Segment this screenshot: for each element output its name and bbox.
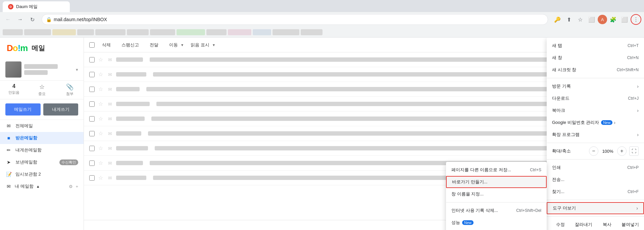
submenu-name-window[interactable]: 창 이름을 지정...: [446, 188, 547, 200]
star-icon[interactable]: ☆: [97, 71, 104, 78]
browser-tab[interactable]: D Daum 메일: [3, 1, 70, 12]
star-icon[interactable]: ☆: [97, 145, 104, 151]
sidebar-item-sent[interactable]: ➤ 보낸메일함 수신확인: [0, 156, 84, 168]
menu-print[interactable]: 인쇄 Ctrl+P: [547, 162, 644, 174]
mail-checkbox[interactable]: [89, 131, 95, 136]
move-arrow-button[interactable]: ▾: [181, 43, 183, 47]
copy-button[interactable]: 복사: [596, 220, 618, 229]
submenu-performance[interactable]: 성능 New: [446, 217, 547, 229]
mail-checkbox[interactable]: [89, 72, 95, 77]
edit-button[interactable]: 수정: [549, 220, 572, 229]
forward-button[interactable]: →: [15, 14, 26, 25]
menu-downloads[interactable]: 다운로드 Ctrl+J: [547, 92, 644, 104]
back-button[interactable]: ←: [3, 14, 13, 25]
sidebar-item-myfolders[interactable]: ✉ 내 메일함 ▲ ⚙ +: [0, 180, 84, 192]
star-icon[interactable]: ☆: [97, 116, 104, 122]
divider-3: [547, 159, 644, 159]
star-icon[interactable]: ☆: [97, 130, 104, 137]
star-icon[interactable]: ☆: [97, 56, 104, 63]
spam-button[interactable]: 스팸신고: [118, 40, 142, 50]
flag-icon: ✉: [107, 146, 113, 151]
forward-button[interactable]: 전달: [146, 40, 162, 50]
tab-bar: D Daum 메일: [0, 0, 644, 12]
add-folder-icon[interactable]: +: [76, 184, 78, 189]
mail-checkbox[interactable]: [89, 87, 95, 92]
inbox-icon: ■: [5, 135, 12, 141]
star-icon[interactable]: ☆: [97, 175, 104, 181]
submenu-task-manager[interactable]: 작업 관리자 Shift+Esc: [446, 229, 547, 230]
find-shortcut: Ctrl+F: [628, 189, 639, 194]
settings-icon[interactable]: ⚙: [69, 184, 73, 189]
reload-button[interactable]: ↻: [27, 14, 38, 25]
flag-icon: ✉: [107, 57, 113, 62]
menu-more-tools[interactable]: 도구 더보기 ›: [547, 202, 644, 214]
key-icon-btn[interactable]: 🔑: [552, 14, 563, 25]
bookmarks-bar: [0, 27, 644, 38]
read-button[interactable]: 읽음 표시: [187, 40, 213, 50]
read-group: 읽음 표시 ▾: [187, 40, 215, 50]
menu-history[interactable]: 방문 기록 ›: [547, 80, 644, 92]
zoom-expand-button[interactable]: ⛶: [629, 146, 639, 156]
flag-icon: ✉: [107, 116, 113, 122]
mail-checkbox[interactable]: [89, 116, 95, 122]
menu-new-tab[interactable]: 새 탭 Ctrl+T: [547, 40, 644, 52]
submenu-create-shortcut[interactable]: 바로가기 만들기...: [446, 176, 547, 188]
more-tools-label: 도구 더보기: [553, 205, 576, 211]
submenu-clear-history[interactable]: 인터넷 사용 기록 삭제... Ctrl+Shift+Del: [446, 204, 547, 217]
history-label: 방문 기록: [552, 83, 571, 89]
divider-4: [547, 200, 644, 200]
bookmark-icon-btn[interactable]: ☆: [575, 14, 586, 25]
mail-checkbox[interactable]: [89, 160, 95, 166]
action-buttons: 메일쓰기 내게쓰기: [0, 99, 84, 120]
zoom-value: 100%: [601, 149, 614, 154]
zoom-minus-button[interactable]: −: [589, 146, 598, 156]
read-arrow-button[interactable]: ▾: [213, 43, 215, 47]
mail-checkbox[interactable]: [89, 175, 95, 181]
sidebar-item-sentself[interactable]: ✏ 내게쓴메일함: [0, 144, 84, 156]
address-bar[interactable]: 🔒 mail.daum.net/top/INBOX: [42, 14, 548, 25]
move-button[interactable]: 이동: [166, 40, 181, 50]
save-page-label: 페이지를 다른 이름으로 저장...: [451, 167, 511, 173]
chrome-menu-button[interactable]: ⋮: [631, 14, 641, 25]
menu-new-window[interactable]: 새 창 Ctrl+N: [547, 52, 644, 64]
profile-chevron-icon[interactable]: ▾: [76, 67, 78, 72]
compose-button[interactable]: 메일쓰기: [5, 103, 41, 116]
star-icon[interactable]: ☆: [97, 86, 104, 92]
draft-label: 임시보관함 2: [15, 171, 41, 177]
zoom-plus-button[interactable]: +: [617, 146, 627, 156]
sentself-icon: ✏: [5, 147, 12, 153]
mail-checkbox[interactable]: [89, 57, 95, 62]
new-tab-shortcut: Ctrl+T: [628, 43, 639, 48]
share-icon-btn[interactable]: ⬆: [563, 14, 574, 25]
menu-bookmarks[interactable]: 북마크 ›: [547, 104, 644, 117]
lock-icon: 🔒: [46, 17, 52, 22]
flag-icon: ✉: [107, 101, 113, 107]
note-button[interactable]: 내게쓰기: [43, 103, 79, 116]
mail-checkbox[interactable]: [89, 101, 95, 107]
menu-cast[interactable]: 전송...: [547, 174, 644, 186]
sidebar-item-draft[interactable]: 📝 임시보관함 2: [0, 168, 84, 180]
window-icon-btn[interactable]: ⬜: [619, 14, 630, 25]
select-all-checkbox[interactable]: [89, 42, 95, 48]
sent-label: 보낸메일함: [15, 159, 37, 165]
extensions-label: 확장 프로그램: [552, 132, 580, 138]
extension-icon-btn[interactable]: 🧩: [608, 14, 618, 25]
sidebar-item-inbox[interactable]: ■ 받은메일함: [0, 132, 84, 144]
browser-frame: D Daum 메일 ← → ↻ 🔒 mail.daum.net/top/INBO…: [0, 0, 644, 230]
menu-password-manager[interactable]: Google 비밀번호 관리자 New ›: [547, 117, 644, 129]
submenu-save-page[interactable]: 페이지를 다른 이름으로 저장... Ctrl+S: [446, 164, 547, 176]
cut-button[interactable]: 잘라내기: [573, 220, 595, 229]
flag-icon: ✉: [107, 131, 113, 136]
paste-button[interactable]: 붙여넣기: [620, 220, 642, 229]
menu-extensions[interactable]: 확장 프로그램 ›: [547, 129, 644, 141]
screenshare-icon-btn[interactable]: ⬜: [586, 14, 597, 25]
menu-new-incognito[interactable]: 새 시크릿 창 Ctrl+Shift+N: [547, 64, 644, 76]
profile-icon-btn[interactable]: A: [598, 15, 607, 24]
delete-button[interactable]: 삭제: [99, 40, 114, 50]
menu-find[interactable]: 찾기... Ctrl+F: [547, 186, 644, 198]
save-page-shortcut: Ctrl+S: [530, 168, 541, 172]
star-icon[interactable]: ☆: [97, 101, 104, 107]
mail-checkbox[interactable]: [89, 146, 95, 151]
star-icon[interactable]: ☆: [97, 160, 104, 166]
sidebar-item-allmail[interactable]: ✉ 전체메일: [0, 120, 84, 132]
